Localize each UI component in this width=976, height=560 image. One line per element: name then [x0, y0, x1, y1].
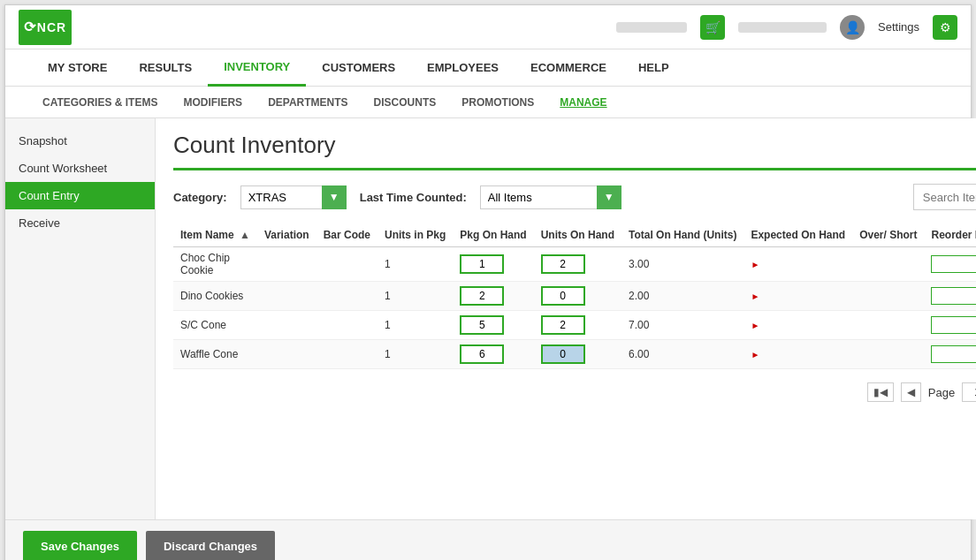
cell-pkg-on-hand [453, 247, 533, 282]
subnav-promotions[interactable]: PROMOTIONS [451, 87, 545, 118]
reorder-point-input[interactable] [931, 345, 976, 363]
pkg-on-hand-input[interactable] [460, 344, 504, 364]
cell-over-short [852, 311, 924, 340]
cell-total-on-hand: 6.00 [621, 340, 743, 369]
save-button[interactable]: Save Changes [23, 531, 137, 560]
cell-pkg-on-hand [453, 311, 533, 340]
prev-page-btn[interactable]: ◀ [901, 382, 921, 402]
subnav-discounts[interactable]: DISCOUNTS [363, 87, 447, 118]
cell-expected-on-hand: ► [743, 247, 852, 282]
red-tick-icon: ► [751, 321, 759, 330]
main-content: Count Inventory + Add an Item Category: … [156, 118, 976, 519]
last-counted-select[interactable]: All Items [480, 185, 621, 209]
cell-reorder-point [924, 282, 976, 311]
table-row: S/C Cone 1 7.00 ► [173, 311, 976, 340]
page-title: Count Inventory [173, 132, 336, 159]
col-total-on-hand: Total On Hand (Units) [621, 223, 743, 247]
settings-link[interactable]: Settings [878, 20, 919, 34]
units-on-hand-input[interactable] [541, 315, 585, 335]
discard-button[interactable]: Discard Changes [146, 531, 275, 560]
units-on-hand-input[interactable] [541, 254, 585, 274]
nav-employees[interactable]: EMPLOYEES [411, 49, 515, 87]
search-input[interactable] [913, 184, 976, 210]
page-header: Count Inventory + Add an Item [173, 132, 976, 159]
cell-units-in-pkg: 1 [377, 282, 453, 311]
category-select-wrapper: XTRAS ▼ [240, 185, 347, 209]
footer-bar: Save Changes Discard Changes [5, 519, 971, 560]
cell-item-name: Choc Chip Cookie [173, 247, 257, 282]
col-bar-code: Bar Code [316, 223, 377, 247]
category-select[interactable]: XTRAS [240, 185, 347, 209]
reorder-point-input[interactable] [931, 316, 976, 334]
nav-my-store[interactable]: MY STORE [32, 49, 123, 87]
sub-nav: CATEGORIES & ITEMS MODIFIERS DEPARTMENTS… [5, 87, 971, 118]
subnav-modifiers[interactable]: MODIFIERS [172, 87, 253, 118]
cell-expected-on-hand: ► [743, 340, 852, 369]
cell-item-name: S/C Cone [173, 311, 257, 340]
green-divider [173, 168, 976, 170]
nav-ecommerce[interactable]: ECOMMERCE [515, 49, 622, 87]
pkg-on-hand-input[interactable] [460, 315, 504, 335]
units-on-hand-input[interactable] [541, 286, 585, 306]
table-body: Choc Chip Cookie 1 3.00 ► Dino Cookies 1 [173, 247, 976, 369]
pkg-on-hand-input[interactable] [460, 254, 504, 274]
inventory-table: Item Name ▲ Variation Bar Code Units in … [173, 223, 976, 369]
cell-reorder-point [924, 340, 976, 369]
sidebar-item-count-worksheet[interactable]: Count Worksheet [5, 155, 155, 182]
cell-expected-on-hand: ► [743, 282, 852, 311]
nav-inventory[interactable]: INVENTORY [208, 49, 306, 87]
red-tick-icon: ► [751, 260, 759, 269]
col-units-on-hand: Units On Hand [534, 223, 621, 247]
col-over-short: Over/ Short [852, 223, 924, 247]
cell-over-short [852, 247, 924, 282]
top-bar: ⟳ NCR 🛒 👤 Settings ⚙ [5, 5, 971, 49]
table-row: Choc Chip Cookie 1 3.00 ► [173, 247, 976, 282]
cell-units-on-hand [534, 247, 621, 282]
cell-bar-code [316, 282, 377, 311]
cell-units-on-hand [534, 340, 621, 369]
red-tick-icon: ► [751, 350, 759, 359]
sidebar-item-snapshot[interactable]: Snapshot [5, 127, 155, 155]
settings-gear-btn[interactable]: ⚙ [933, 15, 957, 40]
nav-help[interactable]: HELP [622, 49, 685, 87]
pkg-on-hand-input[interactable] [460, 286, 504, 306]
ncr-logo-text: NCR [37, 20, 66, 34]
col-expected-on-hand: Expected On Hand [743, 223, 852, 247]
cell-units-in-pkg: 1 [377, 311, 453, 340]
main-nav: MY STORE RESULTS INVENTORY CUSTOMERS EMP… [5, 49, 971, 87]
cell-variation [257, 340, 316, 369]
subnav-departments[interactable]: DEPARTMENTS [257, 87, 358, 118]
first-page-btn[interactable]: ▮◀ [867, 382, 894, 402]
cell-units-on-hand [534, 311, 621, 340]
table-row: Dino Cookies 1 2.00 ► [173, 282, 976, 311]
cell-pkg-on-hand [453, 282, 533, 311]
sidebar-item-receive[interactable]: Receive [5, 209, 155, 237]
blurred-text-1 [616, 22, 687, 33]
cell-variation [257, 311, 316, 340]
page-label: Page [928, 386, 955, 399]
col-item-name-label: Item Name [180, 229, 234, 241]
content-wrapper: Snapshot Count Worksheet Count Entry Rec… [5, 118, 971, 519]
subnav-categories-items[interactable]: CATEGORIES & ITEMS [32, 87, 168, 118]
red-tick-icon: ► [751, 291, 759, 301]
cell-units-on-hand [534, 282, 621, 311]
category-label: Category: [173, 191, 227, 204]
cell-bar-code [316, 247, 377, 282]
reorder-point-input[interactable] [931, 255, 976, 273]
page-input[interactable] [962, 382, 976, 402]
cell-variation [257, 282, 316, 311]
reorder-point-input[interactable] [931, 287, 976, 305]
last-counted-select-wrapper: All Items ▼ [480, 185, 621, 209]
store-icon-btn[interactable]: 🛒 [700, 15, 725, 40]
user-icon[interactable]: 👤 [840, 15, 865, 40]
cell-bar-code [316, 340, 377, 369]
cell-item-name: Dino Cookies [173, 282, 257, 311]
nav-results[interactable]: RESULTS [123, 49, 208, 87]
cell-total-on-hand: 7.00 [621, 311, 743, 340]
units-on-hand-input[interactable] [541, 344, 585, 364]
subnav-manage[interactable]: MANAGE [549, 87, 617, 118]
cell-over-short [852, 340, 924, 369]
sidebar-item-count-entry[interactable]: Count Entry [5, 182, 155, 209]
cell-variation [257, 247, 316, 282]
nav-customers[interactable]: CUSTOMERS [306, 49, 411, 87]
